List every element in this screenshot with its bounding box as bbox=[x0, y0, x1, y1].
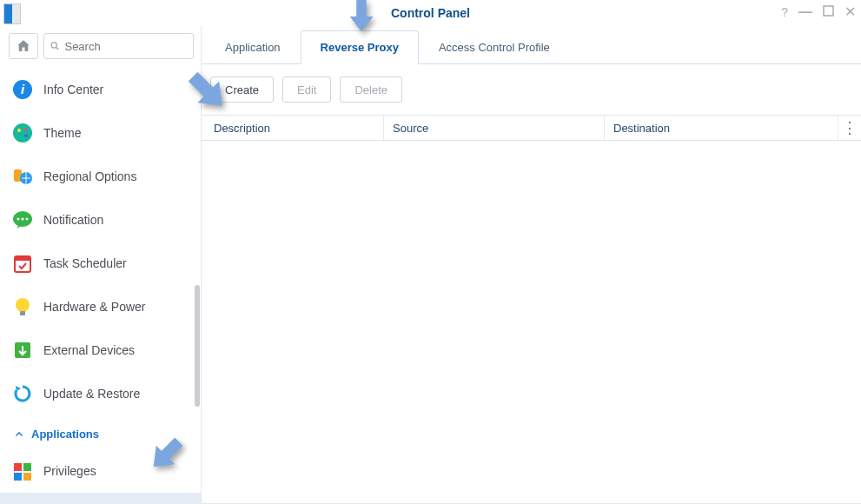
svg-point-8 bbox=[24, 134, 28, 137]
tab-access-control[interactable]: Access Control Profile bbox=[419, 30, 570, 64]
chevron-up-icon bbox=[14, 429, 24, 440]
section-label: Applications bbox=[31, 428, 99, 441]
sidebar-item-label: External Devices bbox=[43, 343, 135, 357]
search-input[interactable] bbox=[64, 40, 188, 53]
palette-icon bbox=[12, 123, 33, 143]
home-button[interactable] bbox=[9, 33, 38, 59]
sidebar-item-label: Info Center bbox=[43, 83, 103, 96]
sidebar-item-label: Privileges bbox=[43, 464, 96, 478]
svg-point-7 bbox=[23, 128, 27, 131]
search-icon bbox=[50, 40, 60, 52]
svg-rect-22 bbox=[14, 473, 22, 481]
col-more-button[interactable]: ⋮ bbox=[838, 118, 861, 137]
col-description[interactable]: Description bbox=[202, 116, 384, 140]
sidebar-item-external[interactable]: External Devices bbox=[0, 328, 201, 372]
window-controls: ? — ✕ bbox=[781, 5, 856, 19]
help-button[interactable]: ? bbox=[781, 5, 788, 19]
main-content: Application Reverse Proxy Access Control… bbox=[202, 26, 861, 504]
tab-application[interactable]: Application bbox=[205, 30, 301, 64]
svg-rect-20 bbox=[14, 463, 22, 471]
svg-rect-18 bbox=[20, 311, 25, 315]
search-box[interactable] bbox=[43, 33, 194, 59]
device-icon bbox=[12, 340, 33, 361]
sidebar: i Info Center Theme Regional Options Not… bbox=[0, 26, 202, 504]
svg-point-5 bbox=[13, 123, 32, 143]
svg-point-1 bbox=[51, 43, 56, 48]
svg-rect-23 bbox=[23, 473, 31, 481]
svg-point-12 bbox=[17, 218, 20, 221]
svg-line-2 bbox=[56, 48, 59, 50]
svg-rect-16 bbox=[15, 256, 30, 261]
svg-point-14 bbox=[26, 218, 29, 221]
create-button[interactable]: Create bbox=[210, 76, 274, 103]
scrollbar-thumb[interactable] bbox=[195, 285, 200, 407]
delete-button[interactable]: Delete bbox=[340, 76, 402, 103]
sidebar-item-theme[interactable]: Theme bbox=[0, 111, 201, 155]
regional-icon bbox=[12, 166, 33, 187]
svg-point-17 bbox=[16, 298, 30, 312]
sidebar-list: i Info Center Theme Regional Options Not… bbox=[0, 68, 201, 504]
info-icon: i bbox=[12, 79, 33, 100]
tabs: Application Reverse Proxy Access Control… bbox=[202, 26, 861, 64]
sidebar-item-update[interactable]: Update & Restore bbox=[0, 372, 201, 415]
tab-reverse-proxy[interactable]: Reverse Proxy bbox=[301, 30, 419, 64]
window-title: Control Panel bbox=[0, 6, 861, 20]
svg-point-13 bbox=[22, 218, 24, 221]
sidebar-item-notification[interactable]: Notification bbox=[0, 198, 201, 242]
toolbar: Create Edit Delete bbox=[202, 64, 861, 115]
edit-button[interactable]: Edit bbox=[282, 76, 331, 103]
privileges-icon bbox=[12, 461, 33, 481]
refresh-icon bbox=[12, 383, 33, 404]
sidebar-item-regional[interactable]: Regional Options bbox=[0, 155, 201, 198]
section-applications[interactable]: Applications bbox=[0, 415, 201, 449]
sidebar-item-hardware[interactable]: Hardware & Power bbox=[0, 285, 201, 328]
sidebar-top bbox=[0, 26, 201, 68]
home-icon bbox=[16, 38, 31, 54]
table-body bbox=[202, 141, 861, 504]
sidebar-item-label: Hardware & Power bbox=[43, 300, 146, 314]
svg-rect-21 bbox=[23, 463, 31, 471]
sidebar-item-scheduler[interactable]: Task Scheduler bbox=[0, 242, 201, 285]
sidebar-item-label: Theme bbox=[43, 126, 82, 140]
calendar-icon bbox=[12, 253, 33, 274]
table-header: Description Source Destination ⋮ bbox=[202, 115, 861, 141]
sidebar-item-label: Regional Options bbox=[43, 169, 136, 183]
col-source[interactable]: Source bbox=[384, 116, 605, 140]
sidebar-item-info-center[interactable]: i Info Center bbox=[0, 68, 201, 111]
sidebar-item-app-portal[interactable]: Application Portal bbox=[0, 493, 201, 504]
sidebar-item-label: Update & Restore bbox=[43, 387, 140, 401]
svg-rect-0 bbox=[824, 6, 833, 16]
chat-icon bbox=[12, 209, 33, 230]
close-button[interactable]: ✕ bbox=[844, 5, 856, 19]
sidebar-item-label: Notification bbox=[43, 213, 103, 227]
maximize-button[interactable] bbox=[823, 5, 834, 19]
minimize-button[interactable]: — bbox=[798, 5, 812, 19]
sidebar-item-privileges[interactable]: Privileges bbox=[0, 449, 201, 493]
layout: i Info Center Theme Regional Options Not… bbox=[0, 26, 861, 504]
bulb-icon bbox=[12, 296, 33, 317]
sidebar-item-label: Task Scheduler bbox=[43, 256, 127, 270]
svg-point-6 bbox=[17, 129, 21, 132]
col-destination[interactable]: Destination bbox=[605, 116, 838, 140]
titlebar: Control Panel ? — ✕ bbox=[0, 0, 861, 26]
